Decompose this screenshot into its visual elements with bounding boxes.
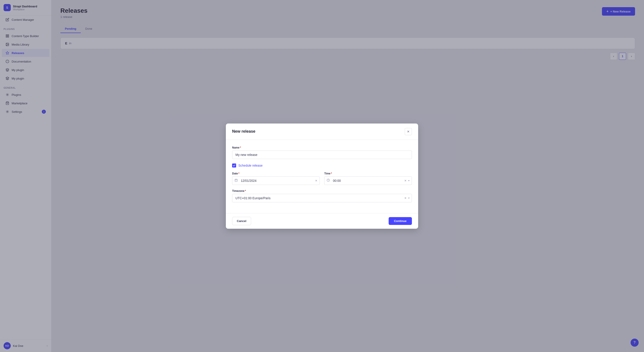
close-icon: ✕ (407, 130, 410, 133)
modal-overlay[interactable]: New release ✕ Name* Schedule rele (0, 0, 644, 352)
modal-close-button[interactable]: ✕ (405, 128, 412, 135)
continue-button[interactable]: Continue (389, 217, 412, 225)
required-indicator-time: * (331, 172, 332, 175)
required-indicator-date: * (238, 172, 240, 175)
calendar-icon (232, 179, 240, 182)
name-field-group: Name* (232, 146, 412, 159)
time-field-group: Time* ✕ ▾ (324, 172, 412, 185)
timezone-chevron-button[interactable]: ▾ (408, 196, 410, 200)
required-indicator-tz: * (245, 189, 246, 192)
date-clear-button[interactable]: ✕ (314, 179, 318, 183)
timezone-clear-button[interactable]: ✕ (404, 196, 407, 200)
timezone-input-container[interactable]: UTC+01:00 Europe/Paris ✕ ▾ (232, 194, 412, 202)
modal-body: Name* Schedule release Date* (226, 140, 418, 213)
timezone-field-group: Timezone* UTC+01:00 Europe/Paris ✕ ▾ (232, 189, 412, 202)
modal-header: New release ✕ (226, 124, 418, 140)
time-clear-button[interactable]: ✕ (404, 179, 407, 183)
date-input[interactable] (240, 177, 313, 185)
required-indicator: * (240, 146, 241, 149)
schedule-release-row: Schedule release (232, 164, 412, 168)
name-label: Name* (232, 146, 412, 149)
date-input-container: ✕ (232, 176, 320, 185)
name-input[interactable] (232, 151, 412, 159)
date-field-group: Date* ✕ (232, 172, 320, 185)
schedule-release-label[interactable]: Schedule release (238, 164, 262, 167)
time-input[interactable] (332, 177, 402, 185)
modal-footer: Cancel Continue (226, 213, 418, 229)
clock-icon (324, 179, 332, 182)
time-chevron-button[interactable]: ▾ (408, 179, 410, 182)
date-time-row: Date* ✕ Time* (232, 172, 412, 185)
time-input-container: ✕ ▾ (324, 176, 412, 185)
timezone-value: UTC+01:00 Europe/Paris (232, 194, 402, 202)
cancel-button[interactable]: Cancel (232, 217, 251, 225)
checkmark-icon (233, 164, 236, 167)
time-label: Time* (324, 172, 412, 175)
svg-rect-13 (235, 179, 238, 181)
timezone-label: Timezone* (232, 189, 412, 192)
modal-title: New release (232, 129, 255, 134)
date-label: Date* (232, 172, 320, 175)
new-release-modal: New release ✕ Name* Schedule rele (226, 124, 418, 229)
schedule-release-checkbox[interactable] (232, 164, 236, 168)
